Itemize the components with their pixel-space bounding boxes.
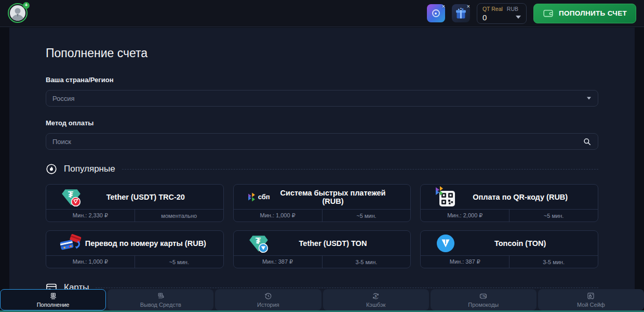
deposit-button-label: ПОПОЛНИТЬ СЧЕТ <box>559 9 627 17</box>
payment-method-tether-trc20[interactable]: ₮ Tether (USDT) TRC-20 Мин.: 2,330 ₽ мом… <box>46 184 224 222</box>
nav-label: Промокоды <box>468 302 499 308</box>
sbp-logo-text: сбп <box>258 193 270 201</box>
method-title: Оплата по QR-коду (RUB) <box>459 193 592 201</box>
nav-label: История <box>257 302 279 308</box>
country-select[interactable]: Россия <box>46 90 598 107</box>
user-avatar[interactable]: + <box>8 3 29 24</box>
method-min-amount: Мин.: 387 ₽ <box>234 256 322 268</box>
promo-widget-gift[interactable]: × <box>452 4 470 22</box>
close-icon[interactable]: × <box>467 4 470 9</box>
page-title: Пополнение счета <box>46 46 598 60</box>
avatar-plus-badge: + <box>23 2 30 9</box>
deposit-button[interactable]: ПОПОЛНИТЬ СЧЕТ <box>533 4 636 23</box>
payment-method-label: Метод оплаты <box>46 119 598 127</box>
country-label: Ваша страна/Регион <box>46 76 598 84</box>
section-divider <box>122 169 598 170</box>
svg-text:$: $ <box>375 294 377 298</box>
bottom-navigation: Пополнение Вывод Средств История $ Кэшбэ… <box>0 289 644 310</box>
withdraw-icon <box>156 292 165 301</box>
nav-label: Кэшбэк <box>366 302 385 308</box>
chevron-down-icon <box>516 16 521 19</box>
method-title: Toncoin (TON) <box>459 239 592 248</box>
search-box <box>46 133 598 150</box>
method-processing-time: ~5 мин. <box>135 256 223 268</box>
nav-tab-history[interactable]: История <box>215 289 321 310</box>
method-processing-time: 3-5 мин. <box>322 256 411 268</box>
method-min-amount: Мин.: 2,330 ₽ <box>46 210 135 222</box>
payment-method-toncoin[interactable]: Toncoin (TON) Мин.: 387 ₽ 3-5 мин. <box>420 230 598 268</box>
svg-text:%: % <box>483 294 486 298</box>
toncoin-icon <box>434 232 457 254</box>
popular-methods-grid: ₮ Tether (USDT) TRC-20 Мин.: 2,330 ₽ мом… <box>46 184 598 268</box>
payment-method-card-transfer[interactable]: Перевод по номеру карты (RUB) Мин.: 1,00… <box>46 230 224 268</box>
method-processing-time: моментально <box>135 210 223 222</box>
method-min-amount: Мин.: 1,000 ₽ <box>234 210 322 222</box>
method-processing-time: ~5 мин. <box>322 210 411 222</box>
promo-widget-safe[interactable]: × <box>427 4 445 22</box>
nav-label: Мой Сейф <box>577 302 605 308</box>
sbp-icon: сбп <box>247 186 270 208</box>
deposit-icon <box>49 292 58 301</box>
nav-tab-deposit[interactable]: Пополнение <box>0 289 106 310</box>
deposit-page: Пополнение счета Ваша страна/Регион Росс… <box>9 28 635 312</box>
method-title: Tether (USDT) TON <box>272 239 405 248</box>
nav-tab-cashback[interactable]: $ Кэшбэк <box>323 289 429 310</box>
close-icon[interactable]: × <box>442 4 445 9</box>
popular-section-header: Популярные <box>46 163 598 175</box>
nav-tab-withdraw[interactable]: Вывод Средств <box>108 289 213 310</box>
method-min-amount: Мин.: 387 ₽ <box>421 256 509 268</box>
tether-trc20-icon: ₮ <box>60 186 83 208</box>
method-processing-time: 3-5 мин. <box>509 256 598 268</box>
method-title: Перевод по номеру карты (RUB) <box>85 239 217 248</box>
nav-tab-my-safe[interactable]: Мой Сейф <box>538 289 644 310</box>
safe-icon <box>586 292 595 301</box>
payment-method-qr[interactable]: Оплата по QR-коду (RUB) Мин.: 2,000 ₽ ~5… <box>420 184 598 222</box>
flame-icon <box>46 163 57 175</box>
method-min-amount: Мин.: 1,000 ₽ <box>46 256 135 268</box>
qr-code-icon <box>434 186 457 208</box>
top-bar: + × × QT Real <box>0 0 644 27</box>
popular-section-title: Популярные <box>64 164 115 174</box>
section-divider <box>96 288 598 288</box>
chevron-down-icon <box>587 97 591 100</box>
method-title: Tether (USDT) TRC-20 <box>85 193 217 201</box>
search-input[interactable] <box>52 138 583 146</box>
search-icon <box>583 137 592 146</box>
wallet-icon <box>543 8 554 19</box>
bank-cards-icon <box>60 232 83 254</box>
payment-method-tether-ton[interactable]: ₮ Tether (USDT) TON Мин.: 387 ₽ 3-5 мин. <box>233 230 411 268</box>
balance-account-label: QT Real <box>482 6 503 12</box>
country-selected-value: Россия <box>52 95 586 102</box>
balance-selector[interactable]: QT Real RUB 0 <box>477 3 527 24</box>
nav-label: Вывод Средств <box>140 302 181 308</box>
method-min-amount: Мин.: 2,000 ₽ <box>421 210 509 222</box>
promo-ticket-icon: % <box>479 292 488 301</box>
tether-ton-icon: ₮ <box>247 232 270 254</box>
history-icon <box>264 292 273 301</box>
balance-amount: 0 <box>482 13 487 22</box>
payment-method-sbp[interactable]: сбп Система быстрых платежей (RUB) Мин.:… <box>233 184 411 222</box>
cashback-icon: $ <box>371 292 380 301</box>
balance-currency: RUB <box>507 6 518 12</box>
nav-tab-promocodes[interactable]: % Промокоды <box>431 289 536 310</box>
nav-label: Пополнение <box>37 302 70 308</box>
method-title: Система быстрых платежей (RUB) <box>272 189 405 205</box>
method-processing-time: ~5 мин. <box>509 210 598 222</box>
